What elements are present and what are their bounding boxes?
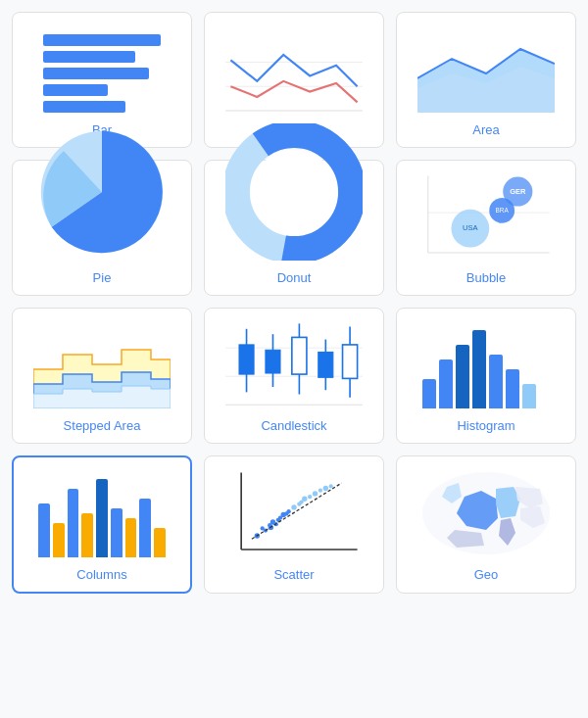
svg-point-8 xyxy=(251,149,336,234)
svg-point-50 xyxy=(318,489,322,493)
svg-rect-25 xyxy=(239,345,254,374)
svg-rect-31 xyxy=(318,353,333,378)
svg-text:GER: GER xyxy=(510,187,526,196)
bar-preview xyxy=(33,24,171,113)
chart-type-grid: Bar Line Area xyxy=(12,12,576,594)
candlestick-label: Candlestick xyxy=(261,418,326,433)
svg-rect-33 xyxy=(343,345,358,378)
area-preview xyxy=(417,24,555,113)
chart-type-donut[interactable]: Donut xyxy=(204,160,384,296)
chart-type-bubble[interactable]: GER BRA USA Bubble xyxy=(396,160,576,296)
chart-type-scatter[interactable]: Scatter xyxy=(204,455,384,594)
columns-preview xyxy=(33,469,171,557)
chart-type-histogram[interactable]: Histogram xyxy=(396,308,576,444)
donut-label: Donut xyxy=(277,270,312,285)
pie-preview xyxy=(33,172,171,261)
chart-type-candlestick[interactable]: Candlestick xyxy=(204,308,384,444)
svg-point-56 xyxy=(284,512,288,516)
svg-rect-27 xyxy=(266,351,280,374)
columns-label: Columns xyxy=(76,567,126,582)
donut-preview xyxy=(225,172,363,261)
bubble-label: Bubble xyxy=(466,270,506,285)
svg-point-49 xyxy=(313,492,318,497)
chart-type-stepped-area[interactable]: Stepped Area xyxy=(12,308,192,444)
svg-rect-29 xyxy=(292,338,307,375)
scatter-label: Scatter xyxy=(273,567,314,582)
scatter-preview xyxy=(225,469,363,557)
chart-type-pie[interactable]: Pie xyxy=(12,160,192,296)
svg-text:USA: USA xyxy=(463,224,477,233)
stepped-area-label: Stepped Area xyxy=(64,418,141,433)
svg-point-51 xyxy=(323,486,328,491)
chart-type-area[interactable]: Area xyxy=(396,12,576,148)
stepped-area-preview xyxy=(33,320,171,408)
svg-point-44 xyxy=(291,505,296,510)
svg-line-57 xyxy=(252,484,342,540)
bubble-preview: GER BRA USA xyxy=(417,172,555,261)
geo-label: Geo xyxy=(474,567,499,582)
geo-preview xyxy=(417,469,555,557)
histogram-preview xyxy=(417,320,555,408)
svg-point-47 xyxy=(299,501,303,504)
svg-point-53 xyxy=(278,516,282,520)
candlestick-preview xyxy=(225,320,363,408)
svg-point-48 xyxy=(308,495,312,499)
chart-type-geo[interactable]: Geo xyxy=(396,455,576,594)
pie-label: Pie xyxy=(93,270,112,285)
area-label: Area xyxy=(472,122,499,137)
chart-type-columns[interactable]: Columns xyxy=(12,455,192,594)
line-preview xyxy=(225,24,363,113)
svg-point-38 xyxy=(261,527,265,531)
svg-text:BRA: BRA xyxy=(496,208,510,215)
histogram-label: Histogram xyxy=(457,418,514,433)
svg-point-52 xyxy=(329,485,333,489)
